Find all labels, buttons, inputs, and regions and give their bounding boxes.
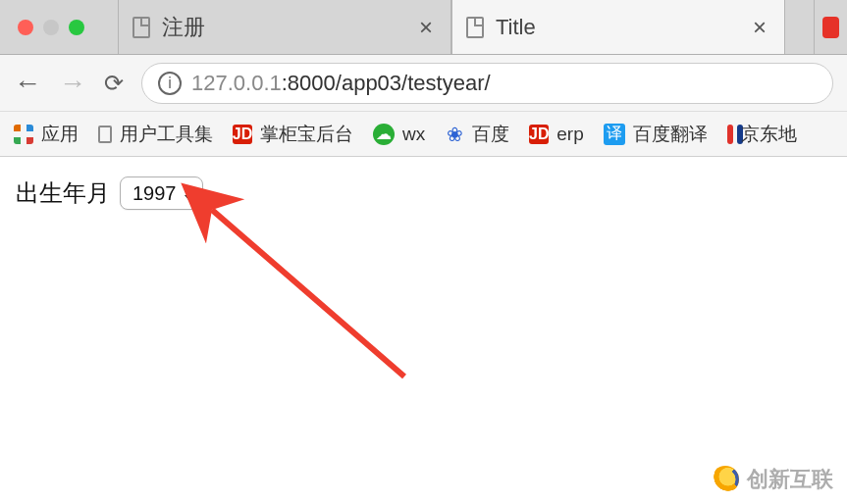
bookmark-zgb[interactable]: JD 掌柜宝后台: [233, 122, 353, 147]
file-icon: [132, 17, 150, 38]
jd-icon: JD: [529, 125, 549, 144]
tab-title: 注册: [162, 13, 403, 42]
tab-bar: 注册 × Title ×: [0, 0, 847, 55]
close-icon[interactable]: ×: [749, 16, 770, 39]
site-info-icon[interactable]: i: [158, 72, 182, 95]
bookmark-label: 百度翻译: [633, 122, 708, 147]
bookmark-baidu[interactable]: ❀ 百度: [445, 122, 509, 147]
window-minimize-icon[interactable]: [43, 20, 59, 35]
tab-extension[interactable]: [814, 0, 847, 54]
address-input[interactable]: i 127.0.0.1:8000/app03/testyear/: [141, 63, 833, 104]
file-icon: [98, 126, 112, 143]
jd-address-icon: [727, 125, 733, 144]
tab-title-page[interactable]: Title ×: [451, 0, 785, 54]
bookmark-label: 掌柜宝后台: [260, 122, 353, 147]
bookmark-label: 京东地: [741, 122, 797, 147]
bookmark-baidu-fanyi[interactable]: 译 百度翻译: [604, 122, 708, 147]
window-zoom-icon[interactable]: [69, 20, 84, 35]
baidu-icon: ❀: [445, 125, 464, 144]
reload-button[interactable]: ⟳: [104, 70, 124, 97]
extension-icon: [822, 17, 839, 38]
tab-strip-rest: [785, 0, 814, 54]
bookmark-wx[interactable]: ☁ wx: [373, 124, 425, 145]
window-close-icon[interactable]: [18, 20, 33, 35]
file-icon: [466, 17, 484, 38]
bookmark-jd-addr[interactable]: 京东地: [727, 122, 797, 147]
birth-year-field: 出生年月 1997: [16, 176, 831, 210]
birth-year-select[interactable]: 1997: [120, 176, 203, 210]
bookmark-label: 百度: [472, 122, 509, 147]
forward-button[interactable]: →: [59, 68, 86, 99]
watermark: 创新互联: [712, 465, 833, 494]
close-icon[interactable]: ×: [415, 16, 437, 39]
bookmarks-bar: 应用 用户工具集 JD 掌柜宝后台 ☁ wx ❀ 百度 JD erp 译 百度翻…: [0, 112, 847, 157]
apps-icon: [14, 125, 33, 144]
bookmark-label: wx: [402, 124, 425, 145]
url-text: 127.0.0.1:8000/app03/testyear/: [191, 71, 491, 96]
bookmark-label: erp: [556, 124, 583, 145]
bookmark-label: 用户工具集: [120, 122, 213, 147]
address-toolbar: ← → ⟳ i 127.0.0.1:8000/app03/testyear/: [0, 55, 847, 112]
translate-icon: 译: [604, 124, 625, 145]
page-content: 出生年月 1997: [0, 157, 847, 229]
bookmark-erp[interactable]: JD erp: [529, 124, 583, 145]
year-value: 1997: [132, 182, 177, 205]
birth-year-label: 出生年月: [16, 177, 110, 209]
tab-title: Title: [496, 15, 737, 40]
watermark-logo-icon: [712, 466, 739, 493]
back-button[interactable]: ←: [14, 68, 41, 99]
tab-register[interactable]: 注册 ×: [118, 0, 451, 54]
select-stepper-icon: [185, 186, 194, 201]
apps-shortcut[interactable]: 应用: [14, 122, 79, 147]
wechat-icon: ☁: [373, 124, 395, 145]
watermark-text: 创新互联: [747, 465, 833, 494]
jd-icon: JD: [233, 125, 252, 144]
bookmark-user-tools[interactable]: 用户工具集: [98, 122, 213, 147]
window-controls: [0, 0, 118, 54]
apps-label: 应用: [41, 122, 79, 147]
svg-line-0: [212, 210, 404, 377]
